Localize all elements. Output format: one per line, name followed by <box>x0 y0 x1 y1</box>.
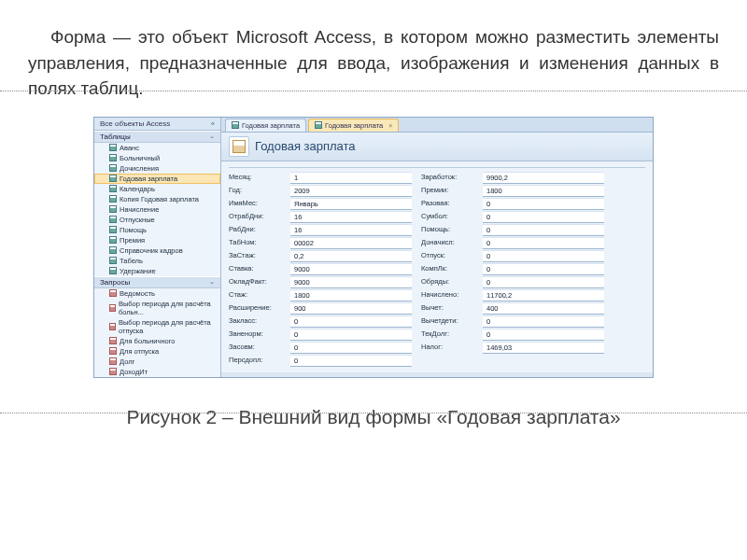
nav-item-table[interactable]: Удержание <box>94 266 220 276</box>
nav-item-label: Для больничного <box>120 337 175 345</box>
field-input[interactable]: 0 <box>483 250 604 262</box>
field-label: ТабНом: <box>229 237 281 249</box>
field-input[interactable]: 11700,2 <box>483 289 604 301</box>
field-input[interactable]: 400 <box>483 302 604 315</box>
nav-item-query[interactable]: ДоходИт <box>94 367 220 377</box>
field-label: ОкладФакт: <box>229 276 281 288</box>
nav-item-label: Отпускные <box>120 216 155 224</box>
field-input[interactable]: 16 <box>290 211 412 223</box>
nav-item-table[interactable]: Годовая зарплата <box>94 174 220 184</box>
nav-item-label: Справочник кадров <box>120 246 183 255</box>
field-label: КомпЛк: <box>421 263 473 275</box>
table-icon <box>109 236 117 244</box>
nav-group-queries[interactable]: Запросы ⌄ <box>94 276 220 288</box>
field-input[interactable]: 0 <box>483 276 604 288</box>
field-label: ТекДолг: <box>421 329 473 341</box>
tab-form-active[interactable]: Годовая зарплата × <box>308 119 399 132</box>
nav-item-table[interactable]: Копия Годовая зарплата <box>94 194 220 204</box>
field-input[interactable]: 0 <box>290 315 412 328</box>
field-input[interactable]: 0 <box>290 342 412 354</box>
nav-item-label: Аванс <box>120 144 139 152</box>
nav-item-table[interactable]: Справочник кадров <box>94 245 220 256</box>
field-input[interactable]: 0 <box>483 315 604 328</box>
table-icon <box>109 226 117 233</box>
close-icon[interactable]: × <box>388 122 392 129</box>
nav-item-query[interactable]: Для отпуска <box>94 346 220 357</box>
field-label: Закласс: <box>229 315 281 328</box>
field-label: РабДни: <box>229 224 281 236</box>
nav-item-label: Ведомость <box>120 289 155 298</box>
nav-header[interactable]: Все объекты Access « <box>94 118 220 131</box>
nav-item-label: Помощь <box>120 226 147 234</box>
nav-item-query[interactable]: Долг <box>94 357 220 367</box>
field-input[interactable]: 0 <box>483 237 604 249</box>
field-input[interactable]: 9000 <box>290 263 412 275</box>
nav-item-table[interactable]: Отпускные <box>94 215 220 225</box>
field-label: ЗаСтаж: <box>229 250 281 262</box>
nav-item-table[interactable]: Дочисления <box>94 163 220 174</box>
nav-item-query[interactable]: Для больничного <box>94 336 220 346</box>
tab-bar: Годовая зарплата Годовая зарплата × <box>221 118 653 133</box>
field-input[interactable]: Январь <box>290 198 412 210</box>
nav-item-label: ДоходИт <box>120 368 148 376</box>
table-icon <box>232 121 239 129</box>
table-icon <box>109 216 117 223</box>
nav-item-table[interactable]: Начисление <box>94 204 220 215</box>
field-input[interactable]: 0 <box>483 263 604 275</box>
nav-item-table[interactable]: Премия <box>94 235 220 245</box>
field-input[interactable]: 1469,03 <box>483 342 604 354</box>
form-header-icon <box>229 136 249 157</box>
nav-item-label: Долг <box>120 357 134 366</box>
nav-item-label: Календарь <box>120 185 155 193</box>
field-input[interactable]: 9900,2 <box>483 172 604 184</box>
field-input[interactable]: 1800 <box>483 185 604 197</box>
query-icon <box>109 337 117 344</box>
field-label: Доначисл: <box>421 237 473 249</box>
field-input[interactable]: 0 <box>483 198 604 210</box>
nav-item-table[interactable]: Табель <box>94 256 220 266</box>
table-icon <box>109 185 117 192</box>
field-label: Сумбол: <box>421 211 473 223</box>
table-icon <box>109 257 117 264</box>
field-label: Отпуск: <box>421 250 473 262</box>
field-input[interactable]: 0 <box>483 224 604 236</box>
nav-item-query[interactable]: Выбор периода для расчёта больн... <box>94 299 220 317</box>
nav-item-table[interactable]: Помощь <box>94 225 220 235</box>
field-input[interactable]: 0,2 <box>290 250 412 262</box>
field-input[interactable]: 900 <box>290 302 412 315</box>
field-label: Стаж: <box>229 289 281 301</box>
field-input[interactable]: 2009 <box>290 185 412 197</box>
field-input[interactable]: 0 <box>290 355 412 367</box>
field-input[interactable]: 9000 <box>290 276 412 288</box>
collapse-icon: ⌄ <box>209 133 215 140</box>
nav-item-query[interactable]: Выбор периода для расчёта отпуска <box>94 317 220 336</box>
field-input[interactable]: 0 <box>483 211 604 223</box>
field-input[interactable]: 1800 <box>290 289 412 301</box>
field-input[interactable]: 0 <box>290 329 412 341</box>
field-label: Заработок: <box>421 172 473 184</box>
nav-item-table[interactable]: Больничный <box>94 153 220 163</box>
field-label: Премии: <box>421 185 473 197</box>
table-icon <box>109 205 117 213</box>
field-label: ОтрабДни: <box>229 211 281 223</box>
field-label: Вычет: <box>421 302 473 315</box>
table-icon <box>109 144 117 151</box>
field-input[interactable]: 0 <box>483 329 604 341</box>
tab-table[interactable]: Годовая зарплата <box>225 119 306 132</box>
nav-item-table[interactable]: Календарь <box>94 184 220 194</box>
nav-item-label: Больничный <box>120 154 160 162</box>
field-input[interactable]: 16 <box>290 224 412 236</box>
table-icon <box>109 175 117 182</box>
nav-item-label: Дочисления <box>120 164 159 173</box>
nav-item-query[interactable]: Ведомость <box>94 288 220 299</box>
field-input[interactable]: 1 <box>290 172 412 184</box>
field-label: Заненорм: <box>229 329 281 341</box>
field-input[interactable]: 00002 <box>290 237 412 249</box>
query-icon <box>109 347 117 355</box>
form-main-area: Годовая зарплата Годовая зарплата × Годо… <box>221 118 653 377</box>
field-label: Начислено: <box>421 289 473 301</box>
form-icon <box>315 121 322 129</box>
nav-group-tables[interactable]: Таблицы ⌄ <box>94 131 220 143</box>
field-label: Разовая: <box>421 198 473 210</box>
nav-item-table[interactable]: Аванс <box>94 143 220 153</box>
